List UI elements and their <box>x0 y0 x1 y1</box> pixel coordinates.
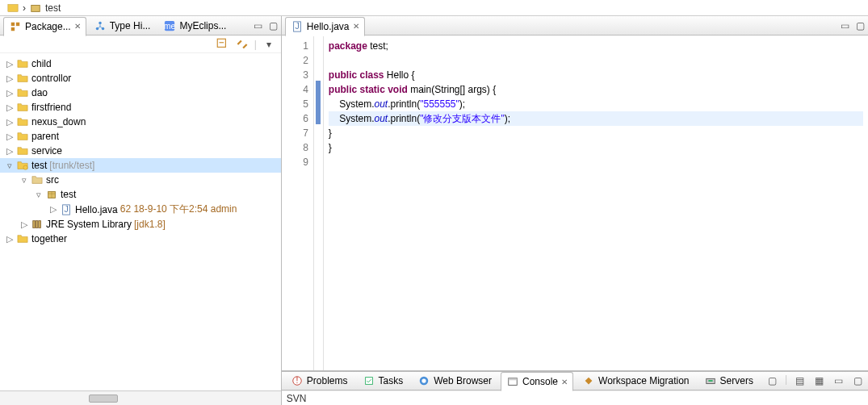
tab-label: MyEclips... <box>179 20 226 31</box>
twisty-icon[interactable]: ▷ <box>5 73 14 84</box>
maximize-icon[interactable]: ▢ <box>269 20 278 31</box>
tree-node-label: test <box>61 189 76 200</box>
twisty-icon[interactable]: ▷ <box>5 146 14 157</box>
close-icon[interactable]: ✕ <box>353 22 359 31</box>
tree-node-label: controllor <box>31 73 71 84</box>
tree-node-decoration: [trunk/test] <box>49 160 94 171</box>
java-icon: J <box>60 203 73 216</box>
folder-icon <box>16 144 29 157</box>
tree-node-jre-system-library[interactable]: ▷JRE System Library [jdk1.8] <box>0 217 281 232</box>
twisty-icon[interactable]: ▿ <box>34 190 43 200</box>
tab-package-explorer[interactable]: Package... ✕ <box>3 17 86 36</box>
svg-rect-16 <box>36 221 38 228</box>
tab-problems[interactable]: !Problems <box>285 371 354 390</box>
twisty-icon[interactable]: ▷ <box>19 219 28 230</box>
folder-icon <box>16 130 29 143</box>
tree-node-test[interactable]: ▿test <box>0 187 281 202</box>
tree-node-hello-java[interactable]: ▷JHello.java 62 18-9-10 下午2:54 admin <box>0 202 281 217</box>
open-console-icon[interactable]: ▦ <box>811 374 826 388</box>
srcfolder-icon <box>31 173 44 186</box>
tree-node-dao[interactable]: ▷dao <box>0 86 281 100</box>
twisty-icon[interactable]: ▷ <box>5 102 14 113</box>
svg-rect-1 <box>31 5 40 11</box>
tree-node-test[interactable]: ▿test [trunk/test] <box>0 158 281 173</box>
tree-node-label: child <box>31 58 52 69</box>
project-icon <box>6 2 19 15</box>
svg-rect-22 <box>365 378 372 385</box>
tab-type-hierarchy[interactable]: Type Hi... <box>88 16 157 35</box>
twisty-icon[interactable]: ▷ <box>48 204 57 215</box>
pin-console-icon[interactable]: ▢ <box>765 374 780 388</box>
twisty-icon[interactable]: ▿ <box>5 161 14 171</box>
svg-rect-28 <box>708 380 712 382</box>
bottom-tabrow: !ProblemsTasksWeb BrowserConsole✕Workspa… <box>282 371 868 390</box>
tab-label: Type Hi... <box>110 20 151 31</box>
close-icon[interactable]: ✕ <box>561 378 568 386</box>
svg-rect-2 <box>11 22 15 25</box>
svg-point-11 <box>23 165 27 169</box>
tab-label: Servers <box>720 375 753 386</box>
svg-text:me: me <box>164 20 175 30</box>
tab-myeclipse[interactable]: me MyEclips... <box>157 16 232 35</box>
horizontal-scrollbar[interactable] <box>0 390 281 405</box>
svg-rect-4 <box>11 27 15 30</box>
folder-icon <box>16 101 29 114</box>
twisty-icon[interactable]: ▷ <box>5 88 14 98</box>
tab-web-browser[interactable]: Web Browser <box>412 371 497 390</box>
minimize-icon[interactable]: ▭ <box>841 20 849 31</box>
web-browser-icon <box>417 374 430 387</box>
tab-console[interactable]: Console✕ <box>501 372 573 391</box>
svg-rect-15 <box>33 221 36 228</box>
project-tree[interactable]: ▷child▷controllor▷dao▷firstfriend▷nexus_… <box>0 53 281 390</box>
view-menu-icon[interactable]: ▾ <box>262 37 276 52</box>
close-icon[interactable]: ✕ <box>74 22 81 31</box>
status-bar: SVN <box>282 390 868 405</box>
twisty-icon[interactable]: ▷ <box>5 132 14 142</box>
package-explorer-panel: Package... ✕ Type Hi... me MyEclips... ▭… <box>0 16 282 405</box>
tab-label: Package... <box>25 21 71 32</box>
tab-tasks[interactable]: Tasks <box>357 371 409 390</box>
tree-node-controllor[interactable]: ▷controllor <box>0 71 281 86</box>
code-area[interactable]: package test; public class Hello { publi… <box>324 35 868 370</box>
tree-node-label: parent <box>31 131 59 142</box>
collapse-all-icon[interactable] <box>216 37 230 52</box>
editor-tab-hello[interactable]: J Hello.java ✕ <box>285 17 365 36</box>
tree-node-label: Hello.java <box>75 204 118 215</box>
tree-node-parent[interactable]: ▷parent <box>0 129 281 144</box>
tasks-icon <box>363 374 375 387</box>
code-editor[interactable]: 123456789 package test; public class Hel… <box>282 35 868 371</box>
tree-node-src[interactable]: ▿src <box>0 173 281 187</box>
tab-servers[interactable]: Servers <box>698 371 759 390</box>
minimize-icon[interactable]: ▭ <box>831 374 845 388</box>
display-selected-icon[interactable]: ▤ <box>792 374 807 388</box>
tree-node-label: test <box>31 160 47 171</box>
twisty-icon[interactable]: ▷ <box>5 234 14 244</box>
breadcrumb: › test <box>0 0 868 16</box>
tree-node-service[interactable]: ▷service <box>0 144 281 158</box>
minimize-icon[interactable]: ▭ <box>254 20 262 31</box>
breadcrumb-item[interactable]: test <box>45 2 61 14</box>
tree-node-label: service <box>31 145 62 157</box>
twisty-icon[interactable]: ▷ <box>5 59 14 69</box>
breadcrumb-sep: › <box>23 2 26 14</box>
svg-point-5 <box>99 21 102 24</box>
java-file-icon: J <box>291 20 304 33</box>
twisty-icon[interactable]: ▿ <box>19 175 28 186</box>
tab-label: Workspace Migration <box>598 375 690 386</box>
tree-node-firstfriend[interactable]: ▷firstfriend <box>0 100 281 115</box>
svg-text:J: J <box>64 204 68 214</box>
twisty-icon[interactable]: ▷ <box>5 117 14 127</box>
maximize-icon[interactable]: ▢ <box>850 374 865 388</box>
link-editor-icon[interactable] <box>235 37 249 52</box>
tab-workspace-migration[interactable]: Workspace Migration <box>577 371 695 390</box>
type-hierarchy-icon <box>94 19 107 32</box>
tree-node-nexus-down[interactable]: ▷nexus_down <box>0 115 281 129</box>
myeclipse-icon: me <box>163 19 176 32</box>
editor-panel: J Hello.java ✕ ▭ ▢ 123456789 package tes… <box>282 16 868 405</box>
maximize-icon[interactable]: ▢ <box>856 20 865 31</box>
folder-icon <box>16 72 29 85</box>
separator: | <box>254 39 257 50</box>
svg-point-24 <box>422 378 426 382</box>
tree-node-child[interactable]: ▷child <box>0 56 281 71</box>
tree-node-together[interactable]: ▷together <box>0 232 281 246</box>
